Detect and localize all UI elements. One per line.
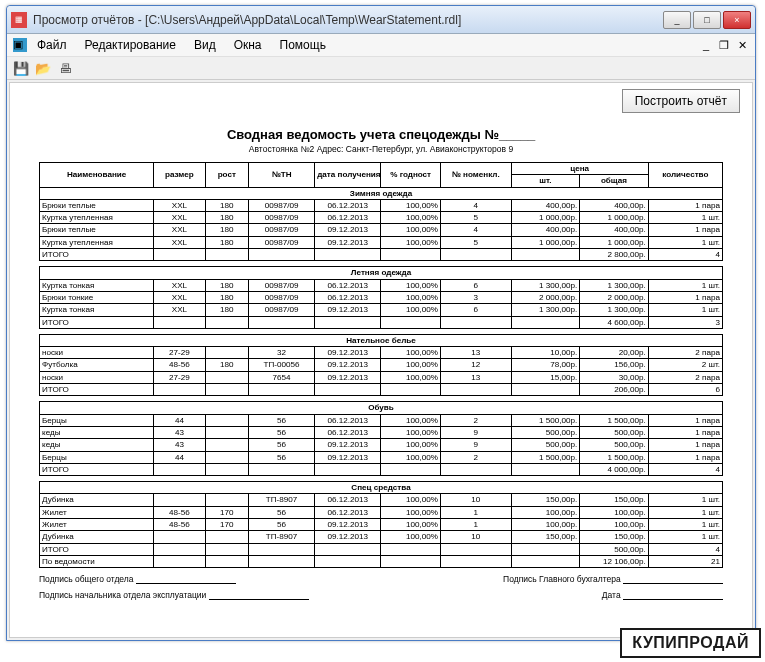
menu-edit[interactable]: Редактирование [77,36,184,54]
print-icon[interactable]: 🖶 [57,60,73,76]
window-title: Просмотр отчётов - [C:\Users\Андрей\AppD… [33,13,663,27]
table-row: кеды435606.12.2013100,00%9500,00р.500,00… [40,426,723,438]
client-area: Построить отчёт Сводная ведомость учета … [9,82,753,638]
table-row: Куртка тонкаяXXL18000987/0906.12.2013100… [40,279,723,291]
group-header: Летняя одежда [40,267,723,279]
table-row: ДубинкаТП-890709.12.2013100,00%10150,00р… [40,531,723,543]
table-row: Куртка утепленнаяXXL18000987/0906.12.201… [40,212,723,224]
table-row: Жилет48-561705609.12.2013100,00%1100,00р… [40,519,723,531]
report-viewport[interactable]: Сводная ведомость учета спецодежды №____… [20,121,742,631]
watermark: КУПИПРОДАЙ [620,628,761,658]
mdi-restore[interactable]: ❐ [717,38,731,52]
subtotal-row: ИТОГО2 800,00р.4 [40,249,723,261]
table-row: ДубинкаТП-890706.12.2013100,00%10150,00р… [40,494,723,506]
group-header: Зимняя одежда [40,187,723,199]
close-button[interactable]: × [723,11,751,29]
table-row: носки27-293209.12.2013100,00%1310,00р.20… [40,347,723,359]
mdi-close[interactable]: ✕ [735,38,749,52]
form-icon: ▣ [13,38,27,52]
group-header: Обувь [40,402,723,414]
table-row: Брюки теплыеXXL18000987/0909.12.2013100,… [40,224,723,236]
subtotal-row: ИТОГО206,00р.6 [40,384,723,396]
maximize-button[interactable]: □ [693,11,721,29]
app-icon: ▦ [11,12,27,28]
table-row: кеды435609.12.2013100,00%9500,00р.500,00… [40,439,723,451]
table-row: Куртка утепленнаяXXL18000987/0909.12.201… [40,236,723,248]
menu-windows[interactable]: Окна [226,36,270,54]
menu-view[interactable]: Вид [186,36,224,54]
toolbar: 💾 📂 🖶 [7,56,755,80]
main-window: ▦ Просмотр отчётов - [C:\Users\Андрей\Ap… [6,5,756,641]
report-table: Наименование размер рост №ТН дата получе… [39,162,723,568]
table-head: Наименование размер рост №ТН дата получе… [40,163,723,188]
table-row: Жилет48-561705606.12.2013100,00%1100,00р… [40,506,723,518]
table-row: Берцы445606.12.2013100,00%21 500,00р.1 5… [40,414,723,426]
table-row: Футболка48-56180ТП-0005609.12.2013100,00… [40,359,723,371]
minimize-button[interactable]: _ [663,11,691,29]
report-page: Сводная ведомость учета спецодежды №____… [31,121,731,610]
table-row: Куртка тонкаяXXL18000987/0909.12.2013100… [40,304,723,316]
table-row: Брюки теплыеXXL18000987/0906.12.2013100,… [40,199,723,211]
mdi-minimize[interactable]: _ [699,38,713,52]
table-row: Брюки тонкиеXXL18000987/0906.12.2013100,… [40,291,723,303]
build-report-button[interactable]: Построить отчёт [622,89,740,113]
grand-total-row: По ведомости12 106,00р.21 [40,555,723,567]
menubar: ▣ Файл Редактирование Вид Окна Помощь _ … [7,34,755,56]
table-row: носки27-29765409.12.2013100,00%1315,00р.… [40,371,723,383]
menu-file[interactable]: Файл [29,36,75,54]
open-icon[interactable]: 📂 [35,60,51,76]
signature-row-2: Подпись начальника отдела эксплуатации Д… [39,590,723,600]
titlebar[interactable]: ▦ Просмотр отчётов - [C:\Users\Андрей\Ap… [7,6,755,34]
signature-row-1: Подпись общего отдела Подпись Главного б… [39,574,723,584]
subtotal-row: ИТОГО4 600,00р.3 [40,316,723,328]
report-title: Сводная ведомость учета спецодежды №____… [39,127,723,142]
save-icon[interactable]: 💾 [13,60,29,76]
group-header: Нательное белье [40,334,723,346]
subtotal-row: ИТОГО500,00р.4 [40,543,723,555]
report-subtitle: Автостоянка №2 Адрес: Санкт-Петербург, у… [39,144,723,154]
group-header: Спец средства [40,482,723,494]
menu-help[interactable]: Помощь [272,36,334,54]
subtotal-row: ИТОГО4 000,00р.4 [40,463,723,475]
table-row: Берцы445609.12.2013100,00%21 500,00р.1 5… [40,451,723,463]
